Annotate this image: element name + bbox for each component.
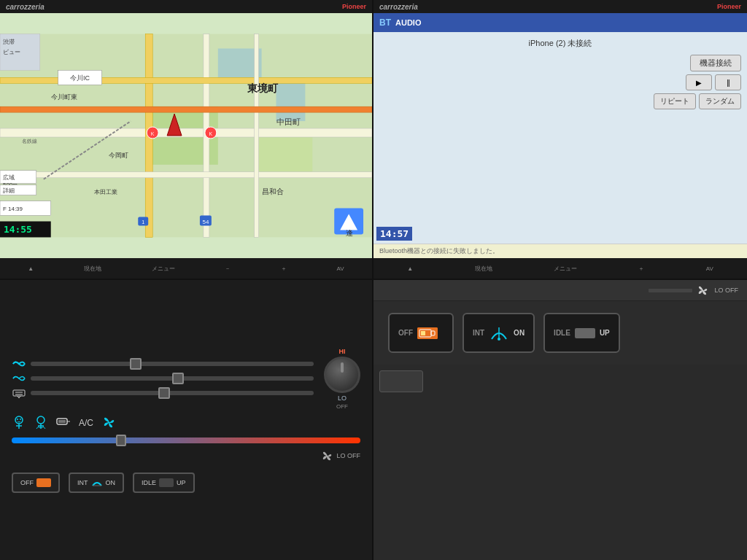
svg-text:今川町東: 今川町東 — [51, 93, 77, 101]
fan-right-icon — [697, 284, 710, 296]
climate-off-button[interactable]: OFF — [12, 472, 60, 493]
nav-location-btn[interactable]: 現在地 — [81, 263, 104, 274]
svg-point-53 — [20, 419, 21, 420]
svg-text:14:55: 14:55 — [4, 224, 32, 235]
bt-content: iPhone (2) 未接続 機器接続 ▶ ‖ リピート ランダム 14:57 — [374, 32, 747, 244]
right-buttons-area: OFF INT ON — [374, 301, 747, 365]
svg-rect-57 — [57, 419, 67, 424]
bt-location-btn[interactable]: 現在地 — [472, 263, 495, 274]
lo-off-label: LO OFF — [336, 452, 360, 459]
bt-random-button[interactable]: ランダム — [699, 93, 741, 109]
nav-quadrant: carrozzeria Pioneer — [0, 0, 374, 280]
nav-brand-left: carrozzeria — [6, 3, 44, 11]
nav-menu-btn[interactable]: メニュー — [149, 263, 178, 274]
bt-iphone-text: iPhone (2) 未接続 — [379, 38, 741, 49]
bt-pause-button[interactable]: ‖ — [715, 74, 741, 90]
fan-small-icon — [102, 416, 117, 429]
right-int-button[interactable]: INT ON — [462, 313, 535, 353]
svg-text:K: K — [151, 131, 155, 136]
bt-brand-left: carrozzeria — [379, 3, 418, 11]
bt-av-btn[interactable]: AV — [703, 264, 716, 273]
door-handle-area — [379, 370, 423, 392]
hi-label: HI — [339, 348, 346, 355]
fan-speed-icon — [322, 451, 333, 461]
nav-unit: carrozzeria Pioneer — [0, 0, 372, 279]
right-orange-indicator — [417, 327, 438, 339]
fan-slider-1[interactable] — [31, 362, 314, 366]
svg-rect-2 — [276, 77, 306, 121]
nav-minus-btn[interactable]: － — [222, 263, 233, 274]
svg-point-52 — [17, 419, 18, 420]
svg-text:詳細: 詳細 — [3, 187, 15, 194]
climate-knob[interactable] — [324, 357, 360, 393]
svg-point-68 — [498, 338, 500, 341]
climate-idle-button[interactable]: IDLE UP — [133, 472, 195, 493]
svg-text:ビュー: ビュー — [3, 49, 20, 55]
svg-rect-8 — [0, 77, 372, 83]
right-off-button[interactable]: OFF — [388, 313, 454, 353]
defroster-rear-icon — [55, 416, 71, 429]
map-svg: 今川IC 今川町東 東境町 中田町 今岡町 本田工業 昌和合 名鉄線 K K 5… — [0, 13, 372, 258]
nav-av-btn[interactable]: AV — [334, 264, 347, 273]
bt-controls[interactable]: ▲ 現在地 メニュー ＋ AV — [374, 258, 747, 279]
bt-playback-row: ▶ ‖ — [686, 74, 741, 90]
right-on-label: ON — [514, 329, 525, 337]
right-int-label: INT — [473, 329, 484, 337]
svg-rect-11 — [0, 106, 372, 112]
fan-slider-2[interactable] — [31, 376, 314, 381]
svg-rect-5 — [0, 128, 372, 137]
svg-rect-10 — [255, 34, 259, 238]
right-idle-button[interactable]: IDLE UP — [543, 313, 620, 353]
right-wiper-icon — [489, 326, 509, 341]
bt-screen: BT AUDIO iPhone (2) 未接続 機器接続 ▶ ‖ リピート ラン… — [374, 13, 747, 258]
bt-repeat-row: リピート ランダム — [654, 93, 741, 109]
climate-mode-icons: A/C — [12, 416, 360, 429]
bt-play-button[interactable]: ▶ — [686, 74, 712, 90]
card-slot — [649, 289, 692, 292]
on-btn-label: ON — [106, 479, 116, 486]
bt-menu-btn[interactable]: メニュー — [551, 263, 580, 274]
nav-plus-btn[interactable]: ＋ — [278, 263, 290, 274]
bt-brand-bar: carrozzeria Pioneer — [374, 0, 747, 13]
svg-text:今川IC: 今川IC — [70, 74, 90, 82]
svg-text:東境町: 東境町 — [247, 82, 279, 94]
right-lo-off-label: LO OFF — [714, 287, 738, 294]
svg-text:1: 1 — [142, 219, 144, 225]
right-up-label: UP — [600, 329, 610, 337]
bt-time-display: 14:57 — [376, 227, 412, 241]
svg-text:渋滞: 渋滞 — [3, 39, 15, 45]
climate-btn-row: OFF INT ON IDLE UP — [12, 472, 360, 493]
svg-text:逢: 逢 — [346, 229, 353, 237]
svg-rect-46 — [13, 390, 25, 396]
svg-text:広域: 広域 — [3, 174, 15, 181]
map-screen[interactable]: 今川IC 今川町東 東境町 中田町 今岡町 本田工業 昌和合 名鉄線 K K 5… — [0, 13, 372, 258]
temp-bar[interactable] — [12, 438, 360, 443]
svg-text:今岡町: 今岡町 — [109, 152, 128, 159]
climate-int-button[interactable]: INT ON — [69, 472, 124, 493]
lo-label: LO — [338, 394, 347, 402]
svg-text:54: 54 — [202, 219, 209, 225]
svg-text:名鉄線: 名鉄線 — [22, 139, 37, 144]
bt-quadrant: carrozzeria Pioneer BT AUDIO iPhone (2) … — [374, 0, 747, 280]
bt-up-btn[interactable]: ▲ — [404, 264, 416, 273]
off-label: OFF — [336, 403, 348, 410]
fan-sliders-row: HI LO OFF — [12, 348, 360, 410]
svg-text:本田工業: 本田工業 — [94, 189, 117, 195]
bt-connect-button[interactable]: 機器接続 — [690, 55, 741, 71]
vent-face-icon — [12, 416, 26, 429]
nav-controls[interactable]: ▲ 現在地 メニュー － ＋ AV — [0, 258, 372, 279]
idle-indicator — [159, 478, 174, 487]
fan-icon-2 — [12, 373, 26, 384]
off-btn-label: OFF — [20, 479, 34, 486]
svg-point-54 — [37, 416, 44, 424]
fan-slider-3[interactable] — [31, 391, 314, 395]
bt-plus-btn[interactable]: ＋ — [635, 263, 647, 274]
vent-mix-icon — [34, 416, 48, 429]
bt-repeat-button[interactable]: リピート — [654, 93, 696, 109]
bt-brand-right: Pioneer — [717, 3, 741, 10]
ac-icon: A/C — [79, 416, 95, 429]
bt-unit: carrozzeria Pioneer BT AUDIO iPhone (2) … — [374, 0, 747, 279]
svg-text:K: K — [209, 131, 213, 136]
svg-text:F 14:39: F 14:39 — [3, 206, 23, 212]
nav-up-btn[interactable]: ▲ — [25, 264, 36, 273]
